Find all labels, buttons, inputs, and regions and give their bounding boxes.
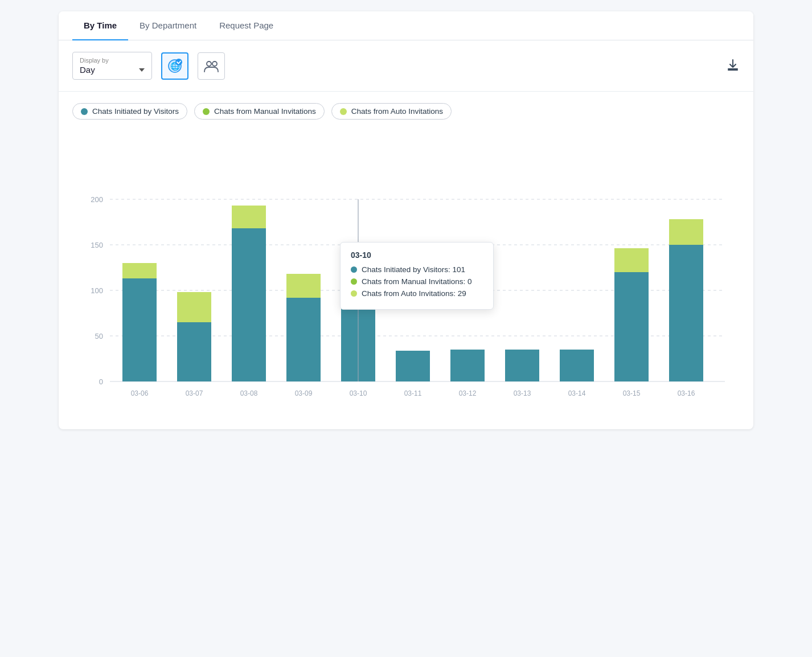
bar-visitors-0312[interactable] xyxy=(450,350,485,381)
chart-area: 0 50 100 150 200 03-06 03-07 03-08 xyxy=(59,125,753,429)
bar-auto-0316[interactable] xyxy=(669,219,703,245)
visitor-icon-button[interactable]: 🌐 xyxy=(161,52,188,80)
svg-text:03-15: 03-15 xyxy=(623,389,641,397)
bar-visitors-0313[interactable] xyxy=(505,350,539,381)
svg-text:03-09: 03-09 xyxy=(295,389,313,397)
svg-text:03-11: 03-11 xyxy=(404,389,422,397)
legend-item-manual[interactable]: Chats from Manual Invitations xyxy=(194,103,325,120)
svg-text:100: 100 xyxy=(91,286,103,295)
svg-point-5 xyxy=(212,61,217,66)
bar-auto-0308[interactable] xyxy=(232,206,266,228)
svg-point-4 xyxy=(207,61,211,66)
svg-text:150: 150 xyxy=(91,241,103,249)
bar-visitors-0309[interactable] xyxy=(286,298,321,381)
svg-point-3 xyxy=(175,59,182,65)
toolbar: Display by Day 🌐 xyxy=(59,40,753,92)
bar-visitors-0306[interactable] xyxy=(122,278,157,381)
svg-text:03-06: 03-06 xyxy=(131,389,149,397)
bar-visitors-0311[interactable] xyxy=(396,351,430,381)
bar-auto-0306[interactable] xyxy=(122,263,157,278)
download-button[interactable] xyxy=(726,58,740,74)
legend-item-auto[interactable]: Chats from Auto Invitations xyxy=(331,103,452,120)
tab-by-department[interactable]: By Department xyxy=(128,11,208,40)
display-by-select[interactable]: Display by Day xyxy=(72,52,152,80)
svg-text:50: 50 xyxy=(95,332,103,340)
tooltip-row-manual: Chats from Manual Invitations: 0 xyxy=(351,277,483,286)
legend-label-manual: Chats from Manual Invitations xyxy=(214,107,316,116)
tooltip-auto-text: Chats from Auto Invitations: 29 xyxy=(362,289,466,298)
legend-dot-visitors xyxy=(81,108,88,115)
bar-visitors-0307[interactable] xyxy=(177,322,211,381)
tab-by-time[interactable]: By Time xyxy=(72,11,128,40)
tab-request-page[interactable]: Request Page xyxy=(208,11,285,40)
tooltip-row-visitors: Chats Initiated by Visitors: 101 xyxy=(351,265,483,274)
svg-text:03-08: 03-08 xyxy=(240,389,258,397)
department-icon xyxy=(203,59,219,73)
svg-text:0: 0 xyxy=(99,377,103,386)
svg-text:03-14: 03-14 xyxy=(568,389,586,397)
svg-text:03-12: 03-12 xyxy=(459,389,477,397)
tooltip-date: 03-10 xyxy=(351,251,483,260)
tooltip-row-auto: Chats from Auto Invitations: 29 xyxy=(351,289,483,298)
svg-text:03-10: 03-10 xyxy=(350,389,367,397)
bar-auto-0315[interactable] xyxy=(614,248,649,272)
visitor-icon: 🌐 xyxy=(167,58,183,74)
legend-dot-auto xyxy=(340,108,347,115)
legend-label-visitors: Chats Initiated by Visitors xyxy=(92,107,179,116)
legend-label-auto: Chats from Auto Invitations xyxy=(351,107,443,116)
department-icon-button[interactable] xyxy=(198,52,225,80)
bar-visitors-0314[interactable] xyxy=(560,350,594,381)
display-by-value: Day xyxy=(80,65,145,75)
chevron-down-icon xyxy=(139,68,145,72)
download-icon xyxy=(726,58,740,72)
tooltip-dot-auto xyxy=(351,290,357,297)
tab-bar: By Time By Department Request Page xyxy=(59,11,753,40)
legend-dot-manual xyxy=(203,108,210,115)
chart-legend: Chats Initiated by Visitors Chats from M… xyxy=(59,92,753,125)
bar-visitors-0316[interactable] xyxy=(669,245,703,381)
chart-svg-container: 0 50 100 150 200 03-06 03-07 03-08 xyxy=(72,131,740,418)
display-by-label: Display by xyxy=(80,57,145,64)
bar-visitors-0308[interactable] xyxy=(232,228,266,381)
svg-text:03-13: 03-13 xyxy=(514,389,531,397)
bar-visitors-0315[interactable] xyxy=(614,272,649,381)
legend-item-visitors[interactable]: Chats Initiated by Visitors xyxy=(72,103,187,120)
chart-tooltip: 03-10 Chats Initiated by Visitors: 101 C… xyxy=(340,242,494,310)
svg-text:03-16: 03-16 xyxy=(678,389,695,397)
tooltip-dot-manual xyxy=(351,278,357,285)
svg-text:200: 200 xyxy=(91,195,103,204)
main-container: By Time By Department Request Page Displ… xyxy=(59,11,753,429)
tooltip-dot-visitors xyxy=(351,266,357,273)
tooltip-visitors-text: Chats Initiated by Visitors: 101 xyxy=(362,265,465,274)
tooltip-manual-text: Chats from Manual Invitations: 0 xyxy=(362,277,472,286)
bar-auto-0309[interactable] xyxy=(286,274,321,298)
svg-text:03-07: 03-07 xyxy=(186,389,203,397)
bar-auto-0307[interactable] xyxy=(177,292,211,322)
